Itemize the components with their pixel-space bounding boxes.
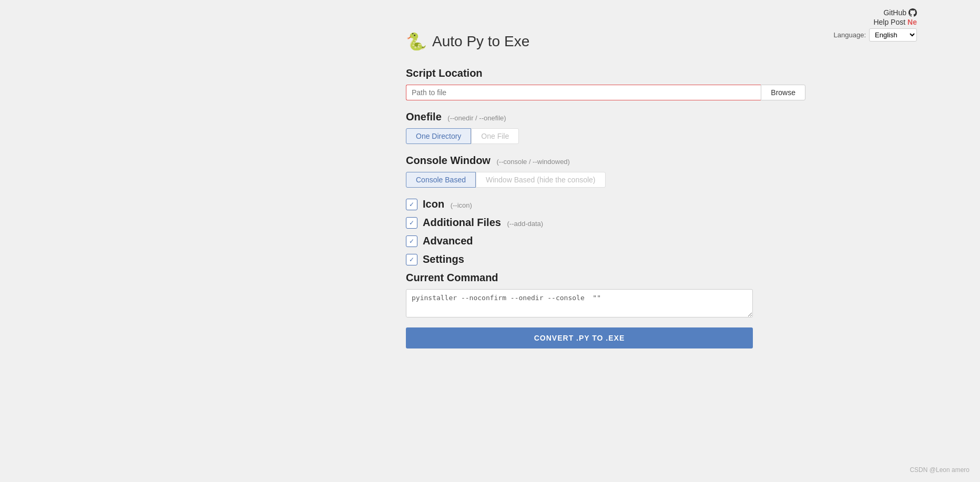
app-title: Auto Py to Exe (432, 33, 529, 50)
console-toggle-group: Console Based Window Based (hide the con… (406, 172, 805, 188)
footer-credit: CSDN @Leon amero (910, 466, 969, 474)
window-based-button[interactable]: Window Based (hide the console) (476, 172, 606, 188)
help-badge: Ne (907, 18, 917, 26)
github-link[interactable]: GitHub (834, 8, 917, 17)
icon-subtitle: (--icon) (451, 201, 472, 209)
advanced-section[interactable]: ✓ Advanced (406, 235, 805, 247)
onefile-title: Onefile (--onedir / --onefile) (406, 111, 805, 123)
browse-button[interactable]: Browse (761, 85, 805, 100)
onefile-button[interactable]: One File (471, 128, 519, 144)
script-location-title: Script Location (406, 67, 805, 79)
github-icon (908, 8, 917, 17)
app-header: 🐍 Auto Py to Exe (406, 32, 805, 52)
icon-section[interactable]: ✓ Icon (--icon) (406, 198, 805, 210)
advanced-collapse-icon[interactable]: ✓ (406, 235, 417, 247)
settings-title: Settings (423, 253, 464, 265)
additional-files-title: Additional Files (--add-data) (423, 217, 543, 229)
current-command-section: Current Command pyinstaller --noconfirm … (406, 272, 805, 319)
additional-files-collapse-icon[interactable]: ✓ (406, 217, 417, 229)
additional-files-section[interactable]: ✓ Additional Files (--add-data) (406, 217, 805, 229)
settings-collapse-icon[interactable]: ✓ (406, 254, 417, 265)
onefile-subtitle: (--onedir / --onefile) (447, 114, 506, 122)
current-command-title: Current Command (406, 272, 805, 284)
top-right-links: GitHub Help Post Ne Language: English Ch… (834, 8, 917, 42)
page-wrapper: GitHub Help Post Ne Language: English Ch… (0, 0, 980, 482)
language-select[interactable]: English Chinese Japanese Spanish (869, 28, 917, 42)
script-location-row: Browse (406, 85, 805, 100)
app-icon: 🐍 (406, 32, 427, 52)
main-content: 🐍 Auto Py to Exe Script Location Browse … (175, 0, 805, 348)
settings-section[interactable]: ✓ Settings (406, 253, 805, 265)
convert-button[interactable]: CONVERT .PY TO .EXE (406, 327, 753, 348)
help-label: Help Post (873, 18, 905, 26)
console-based-button[interactable]: Console Based (406, 172, 476, 188)
language-label: Language: (834, 31, 866, 39)
additional-files-subtitle: (--add-data) (507, 220, 543, 228)
help-link[interactable]: Help Post Ne (834, 18, 917, 26)
onefile-toggle-group: One Directory One File (406, 128, 805, 144)
icon-title: Icon (--icon) (423, 198, 472, 210)
path-input[interactable] (406, 85, 761, 100)
github-label: GitHub (883, 8, 906, 17)
icon-collapse-icon[interactable]: ✓ (406, 199, 417, 210)
advanced-title: Advanced (423, 235, 473, 247)
language-row: Language: English Chinese Japanese Spani… (834, 28, 917, 42)
onefile-section: Onefile (--onedir / --onefile) One Direc… (406, 111, 805, 144)
console-window-subtitle: (--console / --windowed) (496, 158, 569, 166)
command-textarea[interactable]: pyinstaller --noconfirm --onedir --conso… (406, 289, 753, 317)
console-window-section: Console Window (--console / --windowed) … (406, 155, 805, 188)
script-location-section: Script Location Browse (406, 67, 805, 100)
console-window-title: Console Window (--console / --windowed) (406, 155, 805, 167)
onedir-button[interactable]: One Directory (406, 128, 471, 144)
